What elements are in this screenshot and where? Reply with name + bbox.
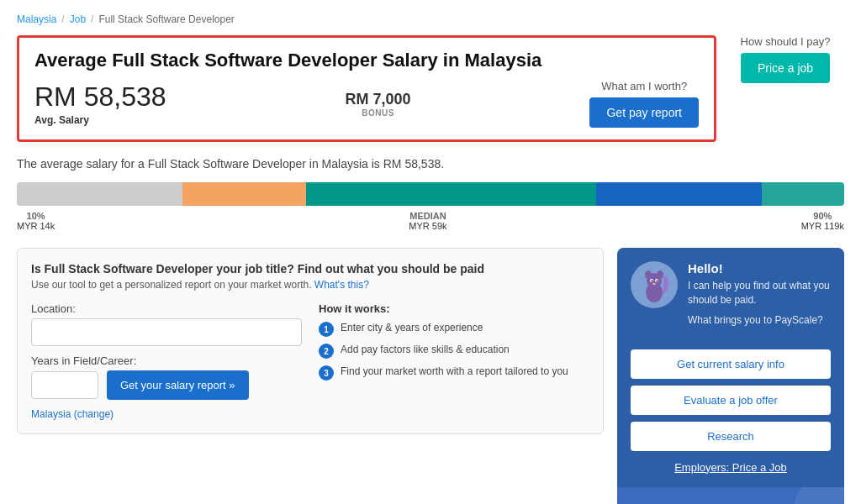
bar-label-median: MEDIAN MYR 59k: [409, 211, 446, 231]
svg-point-4: [657, 270, 663, 279]
location-input[interactable]: [31, 318, 302, 346]
bar-segment-teal: [306, 182, 595, 206]
form-right: How it works: 1 Enter city & years of ex…: [302, 302, 589, 420]
hero-title: Average Full Stack Software Developer Sa…: [34, 50, 699, 71]
left-col: Is Full Stack Software Developer your jo…: [17, 248, 604, 504]
how-step-3: 3 Find your market worth with a report t…: [319, 365, 589, 381]
svg-point-8: [657, 281, 658, 282]
bonus-label: BONUS: [345, 108, 410, 118]
content-row: Is Full Stack Software Developer your jo…: [17, 248, 844, 504]
how-should-label: How should I pay?: [726, 35, 844, 48]
how-should-block: How should I pay? Price a job: [726, 35, 844, 83]
breadcrumb: Malaysia / Job / Full Stack Software Dev…: [17, 13, 844, 25]
bar-segment-orange: [182, 182, 307, 206]
years-label: Years in Field/Career:: [31, 354, 302, 367]
step-text-1: Enter city & years of experience: [341, 322, 483, 333]
get-pay-report-button[interactable]: Get pay report: [589, 97, 699, 128]
how-works-title: How it works:: [319, 302, 589, 315]
salary-value: RM 58,538: [34, 81, 166, 113]
research-button[interactable]: Research: [631, 422, 831, 451]
breadcrumb-malaysia[interactable]: Malaysia: [17, 13, 56, 25]
description-text: The average salary for a Full Stack Soft…: [17, 157, 844, 171]
bonus-block: RM 7,000 BONUS: [345, 91, 410, 118]
sidebar-question: What brings you to PayScale?: [688, 314, 831, 326]
salary-bar-visual: [17, 182, 844, 206]
salary-bar: 10% MYR 14k MEDIAN MYR 59k 90% MYR 119k: [17, 182, 844, 231]
svg-point-3: [645, 270, 652, 279]
breadcrumb-job[interactable]: Job: [70, 13, 86, 25]
breadcrumb-current: Full Stack Software Developer: [98, 13, 234, 25]
hero-row: Average Full Stack Software Developer Sa…: [17, 35, 844, 142]
step-num-3: 3: [319, 365, 334, 381]
form-cols: Location: Years in Field/Career: Get you…: [31, 302, 589, 420]
form-subtitle: Use our tool to get a personalized repor…: [31, 279, 589, 291]
change-link[interactable]: Malaysia (change): [31, 408, 302, 420]
bar-label-low: 10% MYR 14k: [17, 211, 55, 231]
squirrel-avatar: [631, 261, 678, 308]
how-step-2: 2 Add pay factors like skills & educatio…: [319, 344, 589, 359]
page-wrapper: Malaysia / Job / Full Stack Software Dev…: [0, 0, 861, 504]
years-group: Years in Field/Career: Get your salary r…: [31, 354, 302, 400]
form-box: Is Full Stack Software Developer your jo…: [17, 248, 604, 434]
sidebar-buttons: Get current salary info Evaluate a job o…: [617, 339, 844, 487]
evaluate-job-offer-button[interactable]: Evaluate a job offer: [631, 386, 831, 415]
get-current-salary-button[interactable]: Get current salary info: [631, 349, 831, 379]
sidebar-desc: I can help you find out what you should …: [688, 279, 831, 307]
worth-block: What am I worth? Get pay report: [589, 80, 699, 128]
svg-point-7: [652, 281, 653, 282]
price-a-job-button[interactable]: Price a job: [741, 53, 830, 83]
get-salary-report-button[interactable]: Get your salary report »: [107, 370, 249, 400]
bonus-value: RM 7,000: [345, 91, 410, 108]
breadcrumb-sep-2: /: [91, 13, 93, 25]
right-sidebar: Hello! I can help you find out what you …: [617, 248, 844, 504]
sidebar-hello: Hello!: [688, 261, 831, 276]
squirrel-icon: [633, 264, 675, 306]
employers-price-link[interactable]: Employers: Price a Job: [631, 458, 831, 477]
form-left: Location: Years in Field/Career: Get you…: [31, 302, 302, 420]
svg-point-9: [652, 283, 656, 285]
hero-salary-row: RM 58,538 Avg. Salary RM 7,000 BONUS Wha…: [34, 80, 699, 128]
sidebar-text: Hello! I can help you find out what you …: [688, 261, 831, 326]
sidebar-top: Hello! I can help you find out what you …: [617, 248, 844, 339]
how-step-1: 1 Enter city & years of experience: [319, 322, 589, 337]
step-num-1: 1: [319, 322, 334, 337]
step-text-3: Find your market worth with a report tai…: [341, 365, 568, 377]
sidebar-bottom-decor: [617, 487, 844, 504]
step-num-2: 2: [319, 344, 334, 359]
form-title: Is Full Stack Software Developer your jo…: [31, 262, 589, 276]
location-group: Location:: [31, 302, 302, 346]
hero-salary-left: RM 58,538 Avg. Salary: [34, 81, 166, 126]
hero-box: Average Full Stack Software Developer Sa…: [17, 35, 716, 142]
worth-label: What am I worth?: [589, 80, 699, 92]
whats-this-link[interactable]: What's this?: [314, 279, 369, 291]
salary-label: Avg. Salary: [34, 114, 166, 126]
bar-labels: 10% MYR 14k MEDIAN MYR 59k 90% MYR 119k: [17, 211, 844, 231]
bar-segment-teal2: [762, 182, 844, 206]
years-row: Get your salary report »: [31, 370, 302, 400]
bar-label-high: 90% MYR 119k: [801, 211, 844, 231]
step-text-2: Add pay factors like skills & education: [341, 344, 510, 355]
bar-segment-blue: [596, 182, 762, 206]
years-input[interactable]: [31, 371, 98, 399]
bar-segment-low: [17, 182, 182, 206]
location-label: Location:: [31, 302, 302, 315]
breadcrumb-sep-1: /: [61, 13, 64, 25]
